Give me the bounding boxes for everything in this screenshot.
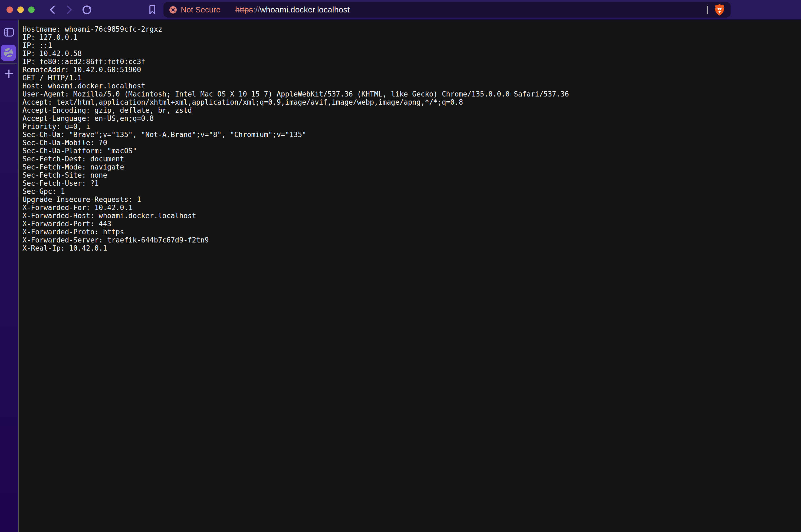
address-bar[interactable]: Not Secure https://whoami.docker.localho… [163,2,731,18]
window-maximize-button[interactable] [28,6,35,13]
vertical-tab-sidebar [0,19,18,532]
whoami-response-text: Hostname: whoami-76c9859cfc-2rgxz IP: 12… [19,19,801,252]
window-close-button[interactable] [6,6,13,13]
sidebar-toggle-button[interactable] [4,27,14,38]
sidebar-divider [0,63,17,64]
plus-icon [4,69,14,79]
url-separator: :// [253,5,260,14]
forward-icon [66,5,73,14]
globe-tab-icon [3,47,14,58]
address-bar-right-group [707,4,725,16]
not-secure-label: Not Secure [181,5,221,14]
window-minimize-button[interactable] [17,6,24,13]
url-scheme: https [235,5,253,14]
sidebar-toggle-icon [4,27,14,37]
brave-shields-button[interactable] [714,4,725,16]
address-bar-separator [707,6,708,14]
warning-circle-x-icon [171,8,175,12]
forward-button[interactable] [66,5,73,14]
back-icon [49,5,56,14]
url-text: https://whoami.docker.localhost [235,5,350,14]
not-secure-warning-chip[interactable] [169,6,177,14]
back-button[interactable] [49,5,56,14]
reload-icon [82,5,92,15]
window-controls [6,6,35,13]
browser-toolbar: Not Secure https://whoami.docker.localho… [0,0,801,19]
page-content-area: Hostname: whoami-76c9859cfc-2rgxz IP: 12… [18,19,801,532]
url-host: whoami.docker.localhost [260,5,350,14]
reload-button[interactable] [82,5,92,15]
new-tab-button[interactable] [4,69,14,80]
brave-shields-lion-icon [714,4,725,16]
bookmark-icon [149,5,156,15]
bookmark-button[interactable] [149,5,156,15]
active-tab-whoami[interactable] [1,44,16,61]
